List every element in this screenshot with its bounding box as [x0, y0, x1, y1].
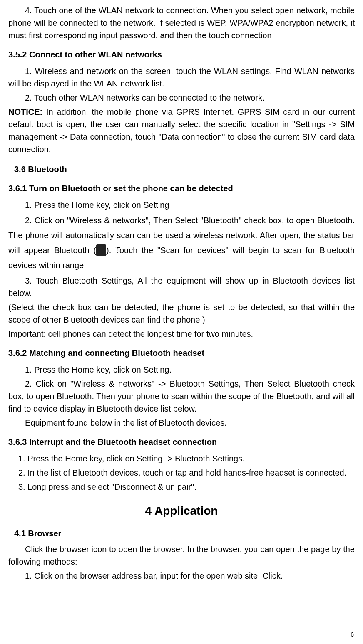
heading-3-6: 3.6 Bluetooth: [14, 163, 355, 175]
paragraph-363-step2: 2. In the list of Bluetooth devices, tou…: [8, 466, 355, 479]
paragraph-361-step2: 2. Click on "Wireless & networks", Then …: [8, 213, 355, 273]
setting-label-2: Setting: [143, 365, 169, 374]
page-number: 6: [351, 630, 354, 639]
heading-3-6-2: 3.6.2 Matching and connecting Bluetooth …: [8, 347, 355, 359]
setting-label: Setting: [143, 200, 169, 210]
paragraph-363-step1: 1. Press the Home key, click on Setting …: [8, 452, 355, 465]
heading-3-6-3: 3.6.3 Interrupt and the Bluetooth headse…: [8, 436, 355, 448]
paragraph-361-detect-note: (Select the check box can be detected, t…: [8, 301, 355, 326]
paragraph-362-equipment: Equipment found below in the list of Blu…: [8, 417, 355, 429]
heading-4-application: 4 Application: [8, 502, 355, 520]
setting-label-3: Setting: [137, 454, 162, 463]
paragraph-wlan-step4: 4. Touch one of the WLAN network to conn…: [8, 4, 355, 42]
paragraph-363-step1b: -> Bluetooth Settings.: [162, 454, 244, 463]
heading-4-1: 4.1 Browser: [14, 527, 355, 540]
paragraph-361-important: Important: cell phones can detect the lo…: [8, 328, 355, 340]
paragraph-362-step1a: 1. Press the Home key, click on: [25, 365, 143, 374]
paragraph-361-step1: 1. Press the Home key, click on Setting: [8, 199, 355, 211]
bluetooth-icon: ✱: [96, 244, 106, 256]
notice-text: In addition, the mobile phone via GPRS I…: [8, 107, 355, 154]
paragraph-362-step2: 2. Click on "Wireless & networks" -> Blu…: [8, 378, 355, 415]
paragraph-361-step1-text: 1. Press the Home key, click on: [25, 200, 143, 210]
paragraph-363-step1a: 1. Press the Home key, click on: [18, 454, 137, 463]
paragraph-41-intro: Click the browser icon to open the brows…: [8, 543, 355, 568]
document-page: 4. Touch one of the WLAN network to conn…: [0, 0, 363, 644]
heading-3-6-1: 3.6.1 Turn on Bluetooth or set the phone…: [8, 182, 355, 195]
paragraph-352-step1: 1. Wireless and network on the screen, t…: [8, 65, 355, 90]
paragraph-363-step3: 3. Long press and select "Disconnect & u…: [8, 481, 355, 493]
paragraph-362-step1: 1. Press the Home key, click on Setting.: [8, 363, 355, 376]
notice-label: NOTICE:: [8, 107, 42, 116]
notice-paragraph: NOTICE: In addition, the mobile phone vi…: [8, 106, 355, 155]
paragraph-362-step1b: .: [169, 365, 172, 374]
paragraph-41-step1: 1. Click on the browser address bar, inp…: [8, 570, 355, 582]
heading-3-5-2: 3.5.2 Connect to other WLAN networks: [8, 48, 355, 61]
paragraph-361-step3: 3. Touch Bluetooth Settings, All the equ…: [8, 274, 355, 299]
paragraph-352-step2: 2. Touch other WLAN networks can be conn…: [8, 91, 355, 104]
